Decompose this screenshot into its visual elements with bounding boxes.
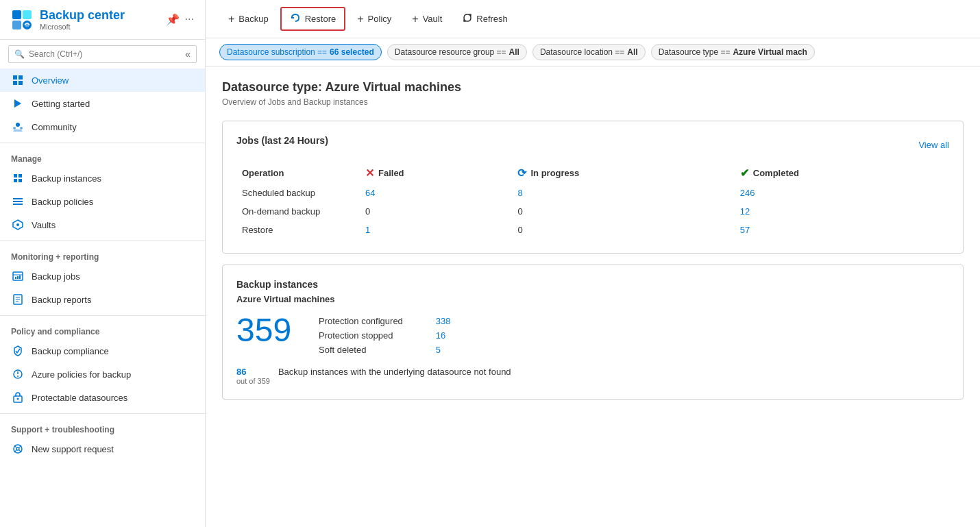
filter-type-label: Datasource type == (659, 47, 731, 57)
bi-detail-label: Protection configured (319, 314, 408, 328)
backup-button[interactable]: + Backup (219, 8, 278, 30)
jobs-card: Jobs (last 24 Hours) View all Operation … (222, 121, 964, 254)
completed-icon: ✔ (740, 167, 749, 180)
job-completed[interactable]: 246 (735, 184, 949, 202)
app-logo (11, 9, 33, 31)
backup-plus-icon: + (228, 13, 234, 25)
svg-point-11 (13, 127, 16, 130)
policy-label: Policy (368, 14, 392, 24)
search-input[interactable] (29, 49, 185, 59)
collapse-button[interactable]: « (185, 49, 191, 60)
bi-detail-value[interactable]: 338 (408, 314, 456, 328)
completed-value[interactable]: 246 (740, 188, 755, 198)
table-row: Scheduled backup648246 (236, 184, 949, 202)
sidebar-item-label-protectable: Protectable datasources (32, 393, 127, 403)
sidebar-item-backup-instances[interactable]: Backup instances (0, 167, 205, 190)
overview-icon (11, 73, 25, 87)
job-operation: On-demand backup (236, 202, 360, 221)
svg-rect-17 (13, 198, 23, 199)
sidebar-item-label-azure-policies: Azure policies for backup (32, 369, 131, 380)
backup-label: Backup (238, 14, 268, 24)
svg-rect-8 (19, 81, 23, 85)
sidebar-item-backup-policies[interactable]: Backup policies (0, 190, 205, 213)
svg-rect-13 (14, 174, 17, 177)
col-in-progress: ⟳ In progress (512, 162, 734, 184)
bi-detail-value[interactable]: 16 (408, 328, 456, 343)
bi-footer-desc: Backup instances with the underlying dat… (278, 367, 511, 377)
sidebar-item-label-backup-instances: Backup instances (32, 173, 101, 184)
sidebar-item-label-community: Community (32, 122, 77, 132)
pin-icon[interactable]: 📌 (166, 13, 180, 26)
backup-instances-icon (11, 171, 25, 185)
filter-rg-value: All (509, 47, 519, 57)
sidebar-header: Backup center Microsoft 📌 ··· (0, 0, 205, 40)
filter-type[interactable]: Datasource type == Azure Virtual mach (651, 44, 815, 60)
col-completed-label: Completed (753, 168, 799, 178)
backup-compliance-icon (11, 344, 25, 358)
more-icon[interactable]: ··· (185, 13, 194, 26)
failed-value[interactable]: 64 (365, 188, 375, 198)
filter-subscription[interactable]: Datasource subscription == 66 selected (219, 44, 382, 60)
sidebar-item-new-support[interactable]: New support request (0, 437, 205, 461)
svg-rect-14 (19, 174, 22, 177)
bi-detail-row: Protection stopped16 (319, 328, 456, 343)
job-completed[interactable]: 57 (735, 221, 949, 239)
filter-location-value: All (627, 47, 637, 57)
sidebar-item-backup-compliance[interactable]: Backup compliance (0, 339, 205, 363)
refresh-button[interactable]: Refresh (454, 8, 517, 29)
app-title-block: Backup center Microsoft (40, 8, 125, 31)
svg-rect-18 (13, 201, 23, 202)
job-in-progress[interactable]: 8 (512, 184, 734, 202)
filter-location-label: Datasource location == (540, 47, 624, 57)
restore-button[interactable]: Restore (280, 7, 346, 31)
sidebar-item-label-overview: Overview (32, 75, 69, 86)
bi-detail-value[interactable]: 5 (408, 343, 456, 357)
table-row: On-demand backup0012 (236, 202, 949, 221)
sidebar-item-label-backup-compliance: Backup compliance (32, 346, 109, 356)
sidebar-item-azure-policies[interactable]: Azure policies for backup (0, 363, 205, 386)
job-in-progress: 0 (512, 202, 734, 221)
completed-value[interactable]: 12 (740, 206, 750, 217)
svg-point-36 (16, 448, 19, 450)
sidebar-item-vaults[interactable]: Vaults (0, 213, 205, 236)
bi-detail-row: Soft deleted5 (319, 343, 456, 357)
policy-button[interactable]: + Policy (348, 8, 400, 30)
failed-value[interactable]: 1 (365, 225, 370, 235)
bi-footer-count[interactable]: 86 (236, 367, 270, 377)
col-operation: Operation (236, 162, 360, 184)
sidebar-item-protectable[interactable]: Protectable datasources (0, 386, 205, 409)
filter-location[interactable]: Datasource location == All (532, 44, 646, 60)
filter-type-value: Azure Virtual mach (733, 47, 807, 57)
bi-total-count[interactable]: 359 (236, 314, 298, 347)
vaults-icon (11, 218, 25, 232)
sidebar-item-backup-reports[interactable]: Backup reports (0, 288, 205, 311)
search-bar[interactable]: 🔍 « (8, 45, 197, 63)
svg-rect-19 (13, 204, 23, 205)
vault-plus-icon: + (412, 13, 418, 25)
app-title: Backup center (40, 8, 125, 23)
vault-button[interactable]: + Vault (403, 8, 451, 30)
svg-rect-25 (19, 275, 21, 279)
col-failed-label: Failed (378, 168, 404, 178)
job-failed[interactable]: 1 (360, 221, 512, 239)
refresh-icon (463, 13, 472, 25)
col-completed: ✔ Completed (735, 162, 949, 184)
sidebar-item-community[interactable]: Community (0, 115, 205, 138)
completed-value[interactable]: 57 (740, 225, 750, 235)
sidebar-item-backup-jobs[interactable]: Backup jobs (0, 265, 205, 288)
restore-label: Restore (305, 14, 336, 24)
svg-point-32 (17, 376, 19, 377)
divider-monitoring (0, 241, 205, 241)
sidebar-item-getting-started[interactable]: Getting started (0, 92, 205, 115)
jobs-view-all[interactable]: View all (918, 140, 949, 150)
col-progress-label: In progress (530, 168, 579, 178)
job-completed[interactable]: 12 (735, 202, 949, 221)
svg-rect-7 (13, 81, 17, 85)
svg-rect-2 (12, 21, 21, 29)
job-failed[interactable]: 64 (360, 184, 512, 202)
sidebar-item-overview[interactable]: Overview (0, 69, 205, 92)
svg-rect-24 (17, 276, 19, 279)
failed-icon: ✕ (365, 167, 374, 180)
filter-resource-group[interactable]: Datasource resource group == All (387, 44, 527, 60)
progress-value[interactable]: 8 (517, 188, 522, 198)
